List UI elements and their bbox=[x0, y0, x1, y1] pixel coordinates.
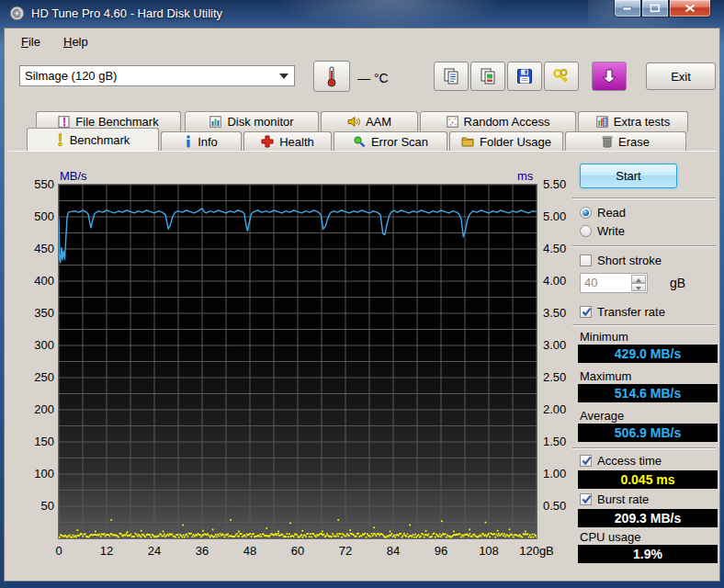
extra-tests-icon bbox=[596, 116, 608, 128]
axis-tick-label: 3.00 bbox=[543, 338, 566, 352]
capture-button[interactable] bbox=[592, 62, 627, 91]
copy-image-button[interactable] bbox=[470, 62, 505, 91]
axis-tick-label: 200 bbox=[19, 402, 54, 416]
tab-erase[interactable]: Erase bbox=[565, 131, 686, 151]
axis-tick-label: 36 bbox=[182, 544, 222, 558]
tab-label: AAM bbox=[366, 115, 391, 129]
read-radio-row[interactable]: Read bbox=[580, 206, 626, 220]
magnifier-icon bbox=[353, 135, 366, 148]
tab-label: Error Scan bbox=[371, 135, 428, 149]
axis-tick-label: 60 bbox=[277, 544, 318, 558]
access-time-checkbox[interactable] bbox=[580, 455, 592, 467]
average-value: 506.9 MB/s bbox=[578, 424, 718, 442]
drive-select-combobox[interactable]: Silmage (120 gB) bbox=[19, 65, 295, 86]
copy-text-button[interactable] bbox=[434, 62, 469, 91]
burst-rate-checkbox[interactable] bbox=[580, 493, 592, 505]
tab-folder-usage[interactable]: Folder Usage bbox=[449, 131, 563, 151]
transfer-rate-row[interactable]: Transfer rate bbox=[580, 305, 665, 319]
axis-tick-label: 4.50 bbox=[543, 242, 566, 255]
save-button[interactable] bbox=[507, 62, 542, 91]
benchmark-plot bbox=[58, 184, 537, 539]
tab-label: Health bbox=[279, 135, 314, 149]
burst-rate-row[interactable]: Burst rate bbox=[580, 492, 649, 506]
short-stroke-label: Short stroke bbox=[597, 254, 662, 267]
tab-extra-tests[interactable]: Extra tests bbox=[578, 111, 688, 131]
spinner-up-button[interactable] bbox=[631, 275, 646, 283]
start-button[interactable]: Start bbox=[580, 164, 677, 188]
separator bbox=[572, 245, 716, 247]
close-button[interactable] bbox=[669, 0, 711, 17]
tab-benchmark[interactable]: Benchmark bbox=[27, 128, 159, 151]
axis-tick-label: 100 bbox=[19, 467, 54, 481]
maximum-label: Maximum bbox=[580, 369, 631, 383]
read-label: Read bbox=[597, 206, 626, 220]
short-stroke-size-input[interactable]: 40 bbox=[580, 273, 648, 293]
axis-tick-label: 84 bbox=[373, 544, 413, 558]
transfer-rate-checkbox[interactable] bbox=[580, 306, 592, 318]
info-icon bbox=[185, 135, 192, 148]
combobox-dropdown-arrow bbox=[279, 74, 288, 79]
left-axis-title: MB/s bbox=[60, 169, 87, 183]
app-logo-icon bbox=[9, 6, 25, 21]
file-benchmark-icon bbox=[58, 116, 70, 128]
write-radio[interactable] bbox=[580, 225, 592, 237]
axis-tick-label: 48 bbox=[230, 544, 270, 558]
tab-health[interactable]: Health bbox=[243, 131, 332, 151]
copy-image-icon bbox=[480, 68, 496, 85]
start-label: Start bbox=[616, 169, 640, 183]
tab-random-access[interactable]: Random Access bbox=[420, 111, 576, 131]
axis-tick-label: 0 bbox=[39, 544, 79, 558]
tab-label: Extra tests bbox=[614, 115, 670, 129]
write-radio-row[interactable]: Write bbox=[580, 224, 625, 238]
tab-label: File Benchmark bbox=[75, 115, 158, 129]
tab-label: Folder Usage bbox=[480, 135, 551, 149]
tab-error-scan[interactable]: Error Scan bbox=[334, 131, 447, 151]
spinner-down-button[interactable] bbox=[631, 283, 646, 291]
minimize-button[interactable] bbox=[614, 0, 641, 17]
separator bbox=[572, 324, 716, 326]
axis-tick-label: 96 bbox=[421, 544, 461, 558]
access-time-row[interactable]: Access time bbox=[580, 454, 662, 468]
menu-help[interactable]: Help bbox=[58, 33, 94, 51]
short-stroke-checkbox[interactable] bbox=[580, 254, 592, 266]
axis-tick-label: 12 bbox=[86, 544, 127, 558]
title-bar[interactable]: HD Tune Pro 4.60 - Hard Disk Utility bbox=[0, 0, 724, 28]
tab-aam[interactable]: AAM bbox=[321, 111, 418, 131]
minimum-value: 429.0 MB/s bbox=[578, 345, 718, 363]
tab-info[interactable]: Info bbox=[161, 131, 242, 151]
options-button[interactable] bbox=[544, 62, 579, 91]
maximize-button[interactable] bbox=[641, 0, 669, 17]
menu-file[interactable]: File bbox=[16, 33, 46, 51]
window-title: HD Tune Pro 4.60 - Hard Disk Utility bbox=[31, 6, 222, 20]
temperature-button[interactable] bbox=[313, 61, 350, 92]
write-label: Write bbox=[597, 224, 625, 238]
axis-tick-label: 450 bbox=[19, 242, 54, 255]
maximum-value: 514.6 MB/s bbox=[578, 384, 718, 402]
exit-label: Exit bbox=[671, 70, 691, 84]
tab-label: Benchmark bbox=[70, 133, 130, 147]
axis-tick-label: 250 bbox=[19, 370, 54, 384]
drive-select-value: Silmage (120 gB) bbox=[25, 69, 117, 83]
access-time-label: Access time bbox=[597, 454, 662, 468]
tab-disk-monitor[interactable]: Disk monitor bbox=[185, 111, 319, 131]
separator bbox=[572, 198, 716, 199]
client-area: File Help Silmage (120 gB) — °C bbox=[4, 28, 720, 582]
exit-button[interactable]: Exit bbox=[646, 62, 716, 90]
short-stroke-row[interactable]: Short stroke bbox=[580, 254, 662, 267]
axis-tick-label: 350 bbox=[19, 306, 54, 320]
axis-tick-label: 120gB bbox=[516, 544, 557, 558]
cpu-usage-label: CPU usage bbox=[580, 530, 640, 544]
tab-label: Info bbox=[198, 135, 218, 149]
axis-tick-label: 5.50 bbox=[543, 177, 566, 191]
axis-tick-label: 550 bbox=[19, 177, 54, 191]
axis-tick-label: 0.50 bbox=[543, 499, 566, 513]
read-radio[interactable] bbox=[580, 207, 592, 219]
axis-tick-label: 2.50 bbox=[543, 370, 566, 384]
axis-tick-label: 24 bbox=[134, 544, 175, 558]
menu-bar: File Help bbox=[5, 28, 719, 53]
short-stroke-unit: gB bbox=[670, 276, 685, 290]
axis-tick-label: 108 bbox=[469, 544, 509, 558]
axis-tick-label: 50 bbox=[19, 499, 54, 513]
axis-tick-label: 150 bbox=[19, 435, 54, 448]
burst-rate-value: 209.3 MB/s bbox=[578, 509, 718, 527]
